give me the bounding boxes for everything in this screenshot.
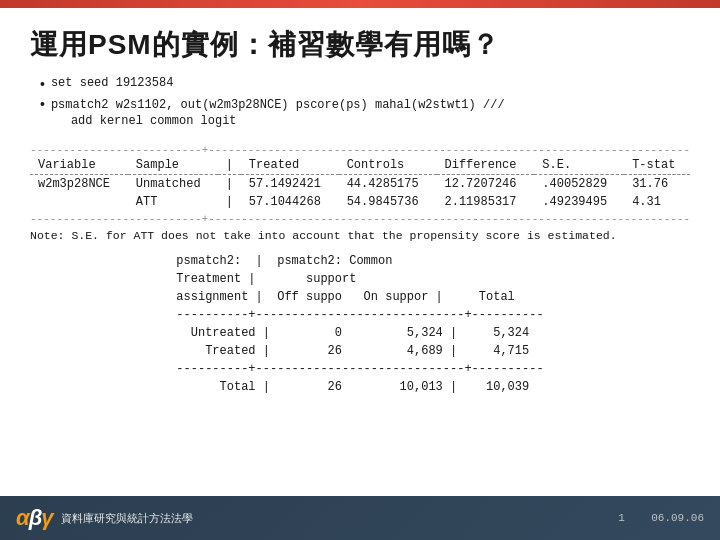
psm-line-0: psmatch2: | psmatch2: Common [176,252,543,270]
top-bar [0,0,720,8]
col-controls: Controls [339,156,437,175]
cell-se-1: .40052829 [534,175,624,194]
psm-line-2: assignment | Off suppo On suppor | Total [176,288,543,306]
col-treated: Treated [241,156,339,175]
cell-pipe-1: | [218,175,241,194]
psm-table: psmatch2: | psmatch2: Common Treatment |… [176,252,543,396]
footer-date: 06.09.06 [651,512,704,524]
table-header-row: Variable Sample | Treated Controls Diffe… [30,156,690,175]
bullet-item-1: set seed 19123584 [40,76,690,92]
col-tstat: T-stat [624,156,690,175]
col-difference: Difference [437,156,535,175]
col-variable: Variable [30,156,128,175]
col-pipe-header: | [218,156,241,175]
table-top-divider: --------------------------+-------------… [30,144,690,156]
main-content: 運用PSM的實例：補習數學有用嗎？ set seed 19123584 psma… [0,8,720,406]
footer-page-date: 1 06.09.06 [618,512,704,524]
alpha-symbol: α [16,505,29,530]
gamma-symbol: γ [41,505,52,530]
cell-sample-1: Unmatched [128,175,218,194]
col-sample: Sample [128,156,218,175]
footer: αβγ 資料庫研究與統計方法法學 1 06.09.06 [0,496,720,540]
cell-variable-1: w2m3p28NCE [30,175,128,194]
bullet-text-1: set seed 19123584 [51,76,173,90]
cell-treated-1: 57.1492421 [241,175,339,194]
psm-line-1: Treatment | support [176,270,543,288]
psm-line-5: Treated | 26 4,689 | 4,715 [176,342,543,360]
table-row: w2m3p28NCE Unmatched | 57.1492421 44.428… [30,175,690,194]
psm-line-7: Total | 26 10,013 | 10,039 [176,378,543,396]
psm-line-4: Untreated | 0 5,324 | 5,324 [176,324,543,342]
cell-treated-2: 57.1044268 [241,193,339,211]
psm-line-6: ----------+-----------------------------… [176,360,543,378]
cell-controls-1: 44.4285175 [339,175,437,194]
cell-tstat-2: 4.31 [624,193,690,211]
psm-section: psmatch2: | psmatch2: Common Treatment |… [30,252,690,396]
col-se: S.E. [534,156,624,175]
bullet-text-2b: add kernel common logit [51,114,505,128]
cell-difference-2: 2.11985317 [437,193,535,211]
cell-variable-2 [30,193,128,211]
footer-institution: 資料庫研究與統計方法法學 [61,511,193,526]
cell-difference-1: 12.7207246 [437,175,535,194]
bullet-text-2a: psmatch2 w2s1102, out(w2m3p28NCE) pscore… [51,98,505,112]
table-row: ATT | 57.1044268 54.9845736 2.11985317 .… [30,193,690,211]
bullet-list: set seed 19123584 psmatch2 w2s1102, out(… [30,76,690,128]
note-text: Note: S.E. for ATT does not take into ac… [30,229,690,242]
results-table: Variable Sample | Treated Controls Diffe… [30,156,690,211]
cell-pipe-2: | [218,193,241,211]
cell-sample-2: ATT [128,193,218,211]
footer-logo: αβγ [16,505,53,531]
table-bottom-divider: --------------------------+-------------… [30,213,690,225]
psm-line-3: ----------+-----------------------------… [176,306,543,324]
cell-tstat-1: 31.76 [624,175,690,194]
cell-controls-2: 54.9845736 [339,193,437,211]
bullet-item-2: psmatch2 w2s1102, out(w2m3p28NCE) pscore… [40,96,690,128]
footer-page: 1 [618,512,625,524]
beta-symbol: β [29,505,42,530]
cell-se-2: .49239495 [534,193,624,211]
page-title: 運用PSM的實例：補習數學有用嗎？ [30,26,690,64]
